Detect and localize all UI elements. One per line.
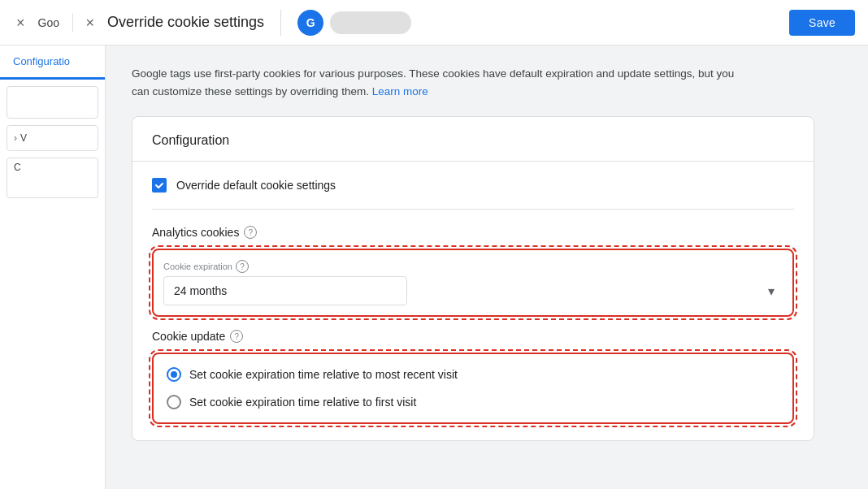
radio-row-recent: Set cookie expiration time relative to m… [163,361,783,388]
config-card: Configuration Override default cookie se… [132,116,814,441]
cookie-expiration-select[interactable]: 24 months 12 months 6 months Custom [163,276,407,305]
main-content: Configuratio › V C Google tags use first… [0,45,868,489]
tag-icon-area: G [297,10,411,36]
dialog-close-button[interactable]: × [83,12,98,33]
sidebar: Configuratio › V C [0,45,106,489]
title-separator [280,10,281,36]
account-pill [330,11,411,34]
radio-recent-label: Set cookie expiration time relative to m… [189,368,458,381]
override-checkbox-row: Override default cookie settings [152,178,794,210]
dialog-title: Override cookie settings [107,14,264,31]
save-button[interactable]: Save [789,10,855,36]
analytics-heading-text: Analytics cookies [152,226,239,239]
analytics-help-icon[interactable]: ? [244,226,257,239]
gtm-letter: G [306,16,315,29]
cookie-update-help-icon[interactable]: ? [230,330,243,343]
sidebar-item-label: V [20,132,27,144]
expiration-select-wrapper: 24 months 12 months 6 months Custom ▾ [163,276,783,305]
check-icon [154,180,164,190]
analytics-section: Analytics cookies ? Cookie expiration ? … [152,226,794,424]
top-bar: × Goo × Override cookie settings G Save [0,0,868,45]
cookie-update-label: Cookie update [152,330,225,343]
dialog-panel: Google tags use first-party cookies for … [106,45,868,489]
expiration-label-text: Cookie expiration [163,262,232,271]
info-text-content: Google tags use first-party cookies for … [132,67,734,97]
analytics-heading: Analytics cookies ? [152,226,794,239]
override-checkbox-label: Override default cookie settings [176,179,336,192]
cookie-update-radio-box: Set cookie expiration time relative to m… [152,353,794,424]
radio-recent-visit[interactable] [167,367,181,382]
top-divider [72,13,73,32]
sidebar-tab-configuration[interactable]: Configuratio [0,45,105,80]
sidebar-item-1 [7,86,98,119]
cookie-update-heading: Cookie update ? [152,330,794,343]
expiration-field-label: Cookie expiration ? [163,260,783,273]
gtm-icon: G [297,10,323,36]
config-card-header: Configuration [132,117,814,162]
radio-first-label: Set cookie expiration time relative to f… [189,396,416,409]
override-checkbox[interactable] [152,178,167,193]
config-card-body: Override default cookie settings Analyti… [132,162,814,440]
radio-first-visit[interactable] [167,395,181,409]
sidebar-expand-icon: › [14,132,17,144]
info-description: Google tags use first-party cookies for … [132,65,749,100]
select-arrow-icon: ▾ [768,283,775,299]
cookie-expiration-box: Cookie expiration ? 24 months 12 months … [152,249,794,317]
radio-row-first: Set cookie expiration time relative to f… [163,388,783,416]
app-label: Goo [38,16,63,29]
expiration-help-icon[interactable]: ? [236,260,249,273]
sidebar-item-3-label: C [14,162,21,173]
cookie-update-section: Cookie update ? Set cookie expiration ti… [152,330,794,424]
outer-close-button[interactable]: × [13,12,28,33]
learn-more-link[interactable]: Learn more [372,85,428,97]
